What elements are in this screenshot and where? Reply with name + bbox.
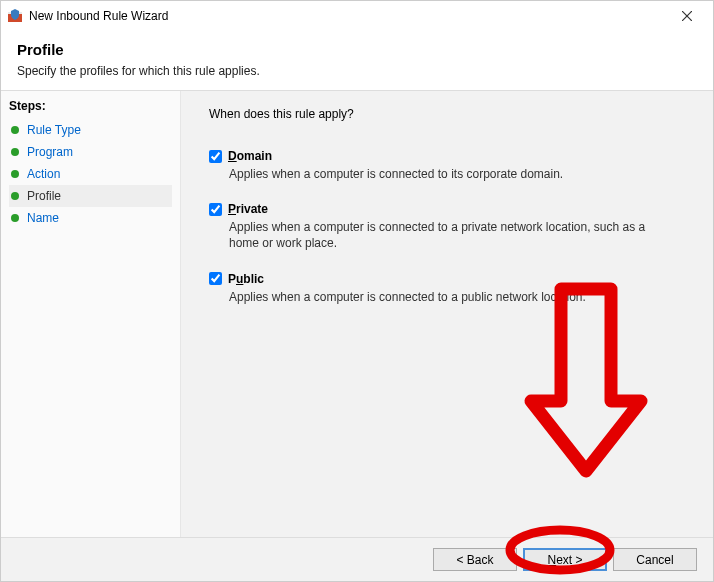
close-icon: [682, 11, 692, 21]
step-label: Action: [27, 167, 60, 181]
desc-domain: Applies when a computer is connected to …: [229, 166, 649, 182]
wizard-footer: < Back Next > Cancel: [1, 537, 713, 581]
step-bullet-icon: [11, 126, 19, 134]
option-private: Private Applies when a computer is conne…: [209, 202, 693, 251]
window-title: New Inbound Rule Wizard: [29, 9, 667, 23]
label-public[interactable]: Public: [228, 272, 264, 286]
page-title: Profile: [17, 41, 697, 58]
checkbox-private[interactable]: [209, 203, 222, 216]
option-public: Public Applies when a computer is connec…: [209, 272, 693, 305]
step-label: Profile: [27, 189, 61, 203]
steps-panel: Steps: Rule Type Program Action Profile …: [1, 91, 181, 537]
cancel-button[interactable]: Cancel: [613, 548, 697, 571]
content-panel: When does this rule apply? Domain Applie…: [181, 91, 713, 537]
desc-public: Applies when a computer is connected to …: [229, 289, 649, 305]
titlebar: New Inbound Rule Wizard: [1, 1, 713, 31]
step-bullet-icon: [11, 148, 19, 156]
next-button[interactable]: Next >: [523, 548, 607, 571]
wizard-header: Profile Specify the profiles for which t…: [1, 31, 713, 90]
desc-private: Applies when a computer is connected to …: [229, 219, 649, 251]
close-button[interactable]: [667, 2, 707, 30]
step-name[interactable]: Name: [9, 207, 172, 229]
wizard-window: New Inbound Rule Wizard Profile Specify …: [0, 0, 714, 582]
profile-question: When does this rule apply?: [209, 107, 693, 121]
page-description: Specify the profiles for which this rule…: [17, 64, 697, 78]
step-action[interactable]: Action: [9, 163, 172, 185]
back-button[interactable]: < Back: [433, 548, 517, 571]
label-domain[interactable]: Domain: [228, 149, 272, 163]
step-bullet-icon: [11, 170, 19, 178]
step-bullet-icon: [11, 214, 19, 222]
label-private[interactable]: Private: [228, 202, 268, 216]
step-profile[interactable]: Profile: [9, 185, 172, 207]
step-bullet-icon: [11, 192, 19, 200]
checkbox-domain[interactable]: [209, 150, 222, 163]
checkbox-public[interactable]: [209, 272, 222, 285]
step-label: Name: [27, 211, 59, 225]
step-rule-type[interactable]: Rule Type: [9, 119, 172, 141]
step-label: Rule Type: [27, 123, 81, 137]
option-domain: Domain Applies when a computer is connec…: [209, 149, 693, 182]
step-label: Program: [27, 145, 73, 159]
wizard-body: Steps: Rule Type Program Action Profile …: [1, 90, 713, 537]
steps-heading: Steps:: [9, 99, 172, 113]
step-program[interactable]: Program: [9, 141, 172, 163]
firewall-icon: [7, 8, 23, 24]
